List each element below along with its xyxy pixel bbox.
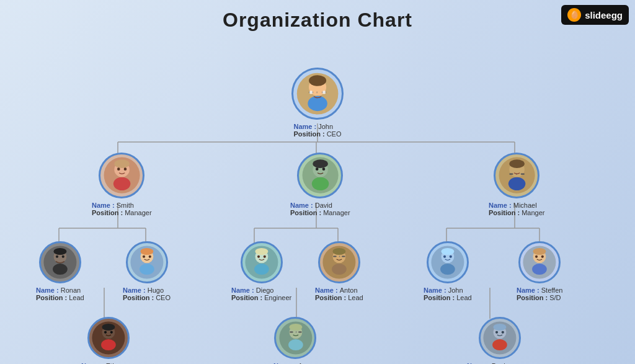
info-steffen: Name : Steffen Position : S/D [517, 286, 562, 301]
svg-point-94 [288, 339, 303, 350]
node-ethan: Name : Ethan Position : Testing [81, 317, 136, 364]
avatar-anton [318, 241, 360, 283]
info-ceo: Name : John Position : CEO [293, 123, 341, 138]
svg-point-79 [450, 255, 452, 258]
svg-point-33 [114, 160, 129, 169]
info-anton: Name : Anton Position : Lead [315, 286, 363, 301]
node-ceo: Name : John Position : CEO [291, 68, 344, 138]
svg-point-70 [332, 248, 345, 255]
svg-rect-24 [316, 91, 318, 93]
node-hugo: Name : Hugo Position : CEO [123, 241, 171, 301]
svg-point-53 [56, 255, 58, 258]
svg-point-26 [309, 91, 313, 94]
svg-point-88 [101, 339, 116, 350]
info-david: Name : David Position : Manager [290, 202, 350, 216]
svg-point-52 [53, 248, 66, 255]
svg-rect-98 [298, 332, 302, 333]
svg-point-28 [309, 75, 326, 86]
svg-point-102 [493, 324, 506, 331]
node-michael: Name : Michael Position : Manger [489, 153, 544, 216]
node-david: Name : David Position : Manager [290, 153, 350, 216]
svg-point-31 [113, 177, 131, 190]
svg-point-59 [143, 255, 145, 258]
svg-point-41 [322, 168, 325, 171]
avatar-devin [479, 317, 521, 359]
svg-point-66 [263, 255, 265, 258]
node-anton: Name : Anton Position : Lead [315, 241, 363, 301]
svg-rect-73 [342, 256, 345, 257]
svg-rect-96 [290, 332, 293, 333]
avatar-diego [241, 241, 283, 283]
svg-point-39 [313, 160, 327, 169]
avatar-steffen [518, 241, 561, 283]
node-devin: Name : Devin Position : Technician [467, 317, 532, 364]
logo-text: slideegg [585, 10, 623, 20]
avatar-smith [99, 153, 144, 198]
svg-point-44 [508, 177, 525, 190]
svg-point-85 [541, 255, 544, 258]
svg-rect-71 [333, 256, 337, 257]
node-diego: Name : Diego Position : Engineer [231, 241, 291, 301]
svg-point-45 [509, 160, 524, 169]
svg-point-89 [102, 324, 115, 331]
svg-point-64 [255, 248, 268, 255]
logo: 🥚 slideegg [561, 5, 629, 25]
svg-point-58 [140, 248, 153, 255]
svg-point-95 [289, 324, 302, 331]
info-hugo: Name : Hugo Position : CEO [123, 286, 171, 301]
node-steffen: Name : Steffen Position : S/D [517, 241, 562, 301]
svg-point-101 [492, 339, 507, 350]
avatar-john2 [427, 241, 469, 283]
svg-point-103 [495, 331, 498, 334]
svg-point-69 [332, 264, 347, 275]
svg-point-78 [443, 255, 446, 258]
svg-point-63 [254, 264, 269, 275]
avatar-hugo [126, 241, 168, 283]
svg-rect-97 [295, 332, 296, 333]
svg-point-83 [533, 248, 546, 255]
svg-point-34 [117, 168, 120, 171]
node-ronan: Name : Ronan Position : Lead [36, 241, 84, 301]
node-john2: Name : John Position : Lead [424, 241, 472, 301]
svg-point-76 [440, 264, 455, 275]
info-diego: Name : Diego Position : Engineer [231, 286, 291, 301]
svg-point-35 [123, 168, 127, 171]
node-smith: Name : Smith Position : Manager [92, 153, 152, 216]
avatar-david [297, 153, 343, 198]
logo-icon: 🥚 [567, 8, 581, 22]
svg-point-90 [104, 331, 107, 334]
svg-point-84 [535, 255, 538, 258]
info-john2: Name : John Position : Lead [424, 286, 472, 301]
svg-point-65 [257, 255, 260, 258]
svg-rect-72 [339, 256, 340, 257]
svg-point-51 [53, 264, 68, 275]
svg-point-77 [441, 248, 454, 255]
svg-point-91 [110, 331, 113, 334]
info-michael: Name : Michael Position : Manger [489, 202, 544, 216]
org-chart: Name : John Position : CEO Name : Smith … [0, 38, 635, 364]
info-smith: Name : Smith Position : Manager [92, 202, 152, 216]
svg-rect-46 [509, 174, 513, 175]
svg-point-104 [501, 331, 504, 334]
page-title: Organization Chart [0, 0, 635, 32]
svg-point-38 [312, 177, 329, 190]
svg-point-40 [316, 168, 319, 171]
svg-point-82 [532, 264, 547, 275]
avatar-aaron [274, 317, 316, 359]
svg-rect-48 [520, 174, 524, 175]
svg-point-60 [148, 255, 151, 258]
info-ronan: Name : Ronan Position : Lead [36, 286, 84, 301]
avatar-michael [494, 153, 540, 198]
svg-point-27 [322, 91, 326, 94]
node-aaron: Name : Aaron Position : S/E [273, 317, 318, 364]
avatar-ronan [39, 241, 81, 283]
avatar-ethan [87, 317, 130, 359]
svg-point-57 [140, 264, 154, 275]
avatar-ceo [291, 68, 344, 120]
svg-point-54 [62, 255, 64, 258]
